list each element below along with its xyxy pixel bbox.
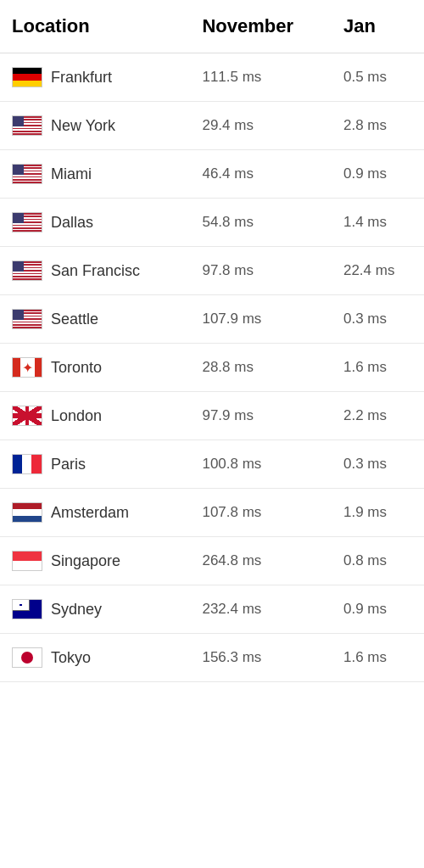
location-name-paris: Paris (51, 456, 86, 473)
location-cell-sydney: Sydney (0, 585, 193, 634)
flag-jp (12, 647, 42, 668)
november-value-seattle: 107.9 ms (193, 295, 335, 344)
location-cell-new-york: New York (0, 102, 193, 150)
location-name-dallas: Dallas (51, 214, 93, 232)
flag-us (12, 309, 42, 329)
november-value-london: 97.9 ms (193, 392, 335, 440)
flag-us (12, 212, 42, 232)
table-row: Miami46.4 ms0.9 ms (0, 150, 424, 199)
jan-value-singapore: 0.8 ms (335, 537, 424, 585)
november-value-new-york: 29.4 ms (193, 102, 335, 150)
location-container-seattle: Seattle (12, 309, 185, 329)
jan-value-frankfurt: 0.5 ms (335, 53, 424, 102)
november-value-amsterdam: 107.8 ms (193, 489, 335, 537)
flag-nl (12, 502, 42, 523)
location-name-amsterdam: Amsterdam (51, 504, 129, 522)
november-value-miami: 46.4 ms (193, 150, 335, 199)
jan-value-london: 2.2 ms (335, 392, 424, 440)
table-row: Sydney232.4 ms0.9 ms (0, 585, 424, 634)
jan-value-paris: 0.3 ms (335, 440, 424, 489)
location-container-london: London (12, 406, 185, 426)
table-row: Tokyo156.3 ms1.6 ms (0, 634, 424, 682)
location-name-toronto: Toronto (51, 359, 102, 377)
location-name-london: London (51, 407, 102, 425)
jan-value-amsterdam: 1.9 ms (335, 489, 424, 537)
location-container-frankfurt: Frankfurt (12, 67, 185, 87)
location-container-singapore: Singapore (12, 551, 185, 571)
november-value-san-francisco: 97.8 ms (193, 247, 335, 295)
table-row: Paris100.8 ms0.3 ms (0, 440, 424, 489)
location-container-paris: Paris (12, 454, 185, 474)
november-value-sydney: 232.4 ms (193, 585, 335, 634)
location-cell-frankfurt: Frankfurt (0, 53, 193, 102)
november-value-singapore: 264.8 ms (193, 537, 335, 585)
location-name-miami: Miami (51, 165, 92, 183)
jan-header: Jan (335, 0, 424, 53)
location-container-miami: Miami (12, 164, 185, 184)
location-cell-london: London (0, 392, 193, 440)
flag-de (12, 67, 42, 87)
jan-value-seattle: 0.3 ms (335, 295, 424, 344)
location-container-amsterdam: Amsterdam (12, 502, 185, 523)
flag-sg (12, 551, 42, 571)
table-row: London97.9 ms2.2 ms (0, 392, 424, 440)
table-row: San Francisc97.8 ms22.4 ms (0, 247, 424, 295)
location-header: Location (0, 0, 193, 53)
location-cell-miami: Miami (0, 150, 193, 199)
table-row: Frankfurt111.5 ms0.5 ms (0, 53, 424, 102)
flag-gb (12, 406, 42, 426)
location-name-new-york: New York (51, 117, 115, 135)
jan-value-dallas: 1.4 ms (335, 199, 424, 247)
table-row: New York29.4 ms2.8 ms (0, 102, 424, 150)
location-container-san-francisco: San Francisc (12, 260, 185, 281)
flag-us (12, 260, 42, 281)
location-container-dallas: Dallas (12, 212, 185, 232)
jan-value-san-francisco: 22.4 ms (335, 247, 424, 295)
flag-au (12, 599, 42, 619)
november-value-tokyo: 156.3 ms (193, 634, 335, 682)
location-name-seattle: Seattle (51, 311, 98, 328)
location-name-san-francisco: San Francisc (51, 262, 140, 280)
flag-fr (12, 454, 42, 474)
flag-ca: ✦ (12, 357, 42, 378)
table-row: ✦Toronto28.8 ms1.6 ms (0, 344, 424, 392)
jan-value-tokyo: 1.6 ms (335, 634, 424, 682)
location-name-frankfurt: Frankfurt (51, 69, 112, 87)
location-cell-tokyo: Tokyo (0, 634, 193, 682)
location-cell-san-francisco: San Francisc (0, 247, 193, 295)
november-value-toronto: 28.8 ms (193, 344, 335, 392)
jan-value-miami: 0.9 ms (335, 150, 424, 199)
jan-value-toronto: 1.6 ms (335, 344, 424, 392)
location-name-tokyo: Tokyo (51, 649, 91, 667)
location-container-new-york: New York (12, 115, 185, 136)
location-cell-dallas: Dallas (0, 199, 193, 247)
location-cell-amsterdam: Amsterdam (0, 489, 193, 537)
november-header: November (193, 0, 335, 53)
table-row: Seattle107.9 ms0.3 ms (0, 295, 424, 344)
flag-us (12, 164, 42, 184)
location-cell-paris: Paris (0, 440, 193, 489)
location-name-sydney: Sydney (51, 601, 102, 619)
november-value-paris: 100.8 ms (193, 440, 335, 489)
location-container-toronto: ✦Toronto (12, 357, 185, 378)
location-cell-singapore: Singapore (0, 537, 193, 585)
location-name-singapore: Singapore (51, 552, 120, 570)
location-cell-toronto: ✦Toronto (0, 344, 193, 392)
location-container-tokyo: Tokyo (12, 647, 185, 668)
table-row: Dallas54.8 ms1.4 ms (0, 199, 424, 247)
jan-value-sydney: 0.9 ms (335, 585, 424, 634)
location-container-sydney: Sydney (12, 599, 185, 619)
jan-value-new-york: 2.8 ms (335, 102, 424, 150)
latency-table: Location November Jan Frankfurt111.5 ms0… (0, 0, 424, 682)
table-row: Singapore264.8 ms0.8 ms (0, 537, 424, 585)
flag-us (12, 115, 42, 136)
location-cell-seattle: Seattle (0, 295, 193, 344)
table-row: Amsterdam107.8 ms1.9 ms (0, 489, 424, 537)
november-value-frankfurt: 111.5 ms (193, 53, 335, 102)
november-value-dallas: 54.8 ms (193, 199, 335, 247)
